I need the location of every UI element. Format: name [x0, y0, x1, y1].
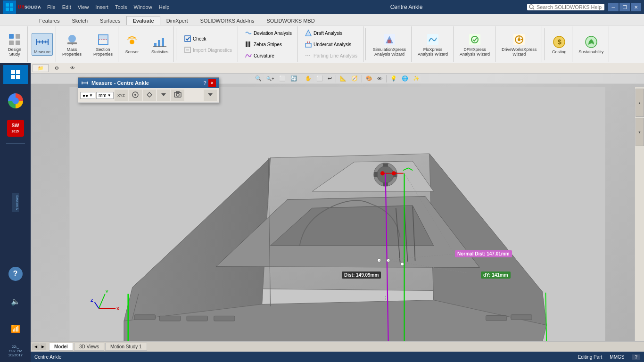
ribbon-group-analysis: Deviation Analysis Zebra Stripes Curvatu… — [239, 26, 298, 62]
menu-file[interactable]: File — [44, 3, 58, 11]
drive-works-xpress-button[interactable]: DriveWorksXpressWizard — [499, 31, 539, 58]
draft-analysis-button[interactable]: Draft Analysis — [302, 28, 345, 38]
svg-text:X: X — [116, 306, 119, 311]
feature-tab-display[interactable]: 👁 — [65, 64, 80, 72]
measure-snapshot-button[interactable] — [171, 90, 184, 101]
svg-rect-101 — [511, 315, 532, 320]
measure-mm-dropdown[interactable]: mm ▼ — [96, 92, 114, 99]
floXpress-button[interactable]: FloXpressAnalysis Wizard — [415, 31, 450, 58]
right-edge-btn-2[interactable]: ▼ — [636, 118, 644, 146]
right-edge-btn-1[interactable]: ▲ — [636, 89, 644, 117]
design-study-label: DesignStudy — [8, 48, 21, 57]
zoom-box-button[interactable]: ⬜ — [314, 74, 325, 82]
zebra-stripes-button[interactable]: Zebra Stripes — [242, 39, 285, 49]
dfmxpress-button[interactable]: DFMXpressAnalysis Wizard — [457, 31, 492, 58]
windows-start-button[interactable] — [3, 65, 28, 84]
tab-addins[interactable]: SOLIDWORKS Add-Ins — [194, 16, 261, 25]
measure-dropdown-btn[interactable] — [157, 90, 170, 101]
ribbon-separator-1 — [176, 28, 176, 60]
bottom-tab-3d-views[interactable]: 3D Views — [74, 343, 104, 351]
zoom-to-selection-button[interactable]: ⬜ — [277, 74, 288, 82]
menu-insert[interactable]: Insert — [92, 3, 111, 11]
tab-sketch[interactable]: Sketch — [66, 16, 94, 25]
measure-units-dropdown[interactable]: ●● ▼ — [80, 92, 95, 99]
hide-show-button[interactable]: 👁 — [375, 75, 384, 82]
windows-icon[interactable] — [3, 0, 16, 14]
sound-button[interactable]: 🔈 — [3, 289, 28, 313]
status-help-button[interactable]: ? — [632, 354, 640, 360]
restore-button[interactable]: ❐ — [619, 3, 630, 11]
bottom-tab-motion-study[interactable]: Motion Study 1 — [105, 343, 147, 351]
menu-edit[interactable]: Edit — [59, 3, 74, 11]
menu-tools[interactable]: Tools — [112, 3, 130, 11]
rotate-view-button[interactable]: 🔄 — [289, 74, 299, 82]
design-study-icon — [7, 32, 22, 47]
measure-dialog-close-button[interactable]: × — [208, 79, 216, 87]
tab-scroll-right-button[interactable]: ▶ — [40, 344, 46, 350]
measure-expand-button[interactable] — [204, 90, 217, 101]
measure-flip-button[interactable] — [143, 90, 156, 101]
undercut-analysis-button[interactable]: Undercut Analysis — [302, 39, 354, 49]
svg-line-7 — [533, 8, 534, 9]
tab-mbd[interactable]: SOLIDWORKS MBD — [261, 16, 321, 25]
measure-point-button[interactable] — [129, 90, 142, 101]
left-panel-divider — [6, 143, 25, 144]
sustainability-button[interactable]: Sustainability — [576, 33, 606, 56]
measure-dialog-help-button[interactable]: ? — [203, 80, 206, 86]
deviation-analysis-button[interactable]: Deviation Analysis — [242, 28, 295, 38]
scene-button[interactable]: 🌐 — [400, 74, 410, 82]
status-bar-right: Editing Part MMGS ? — [578, 354, 640, 360]
sensor-button[interactable]: Sensor — [122, 33, 142, 56]
lighting-button[interactable]: 💡 — [388, 74, 399, 82]
network-button[interactable]: 📶 — [3, 316, 28, 341]
close-button[interactable]: ✕ — [631, 3, 641, 11]
ribbon-group-draft: Draft Analysis Undercut Analysis Parting… — [299, 26, 363, 62]
tab-dimxpert[interactable]: DimXpert — [160, 16, 194, 25]
curvature-button[interactable]: Curvature — [242, 50, 277, 61]
previous-view-button[interactable]: ↩ — [326, 74, 334, 82]
feature-tab-model-tree[interactable]: 📁 — [33, 64, 49, 72]
svg-rect-54 — [11, 70, 15, 74]
mass-properties-icon — [65, 32, 80, 47]
solidworks-taskbar-button[interactable]: SW2015 — [3, 116, 28, 140]
chrome-icon-button[interactable] — [3, 89, 28, 113]
zoom-in-button[interactable]: 🔍+ — [264, 75, 276, 82]
view-orientation-button[interactable]: 🧭 — [349, 74, 360, 82]
display-style-button[interactable]: 🎨 — [364, 74, 374, 82]
zoom-to-fit-button[interactable]: 🔍 — [253, 74, 264, 82]
ribbon-group-sensor: Sensor — [119, 26, 145, 62]
zebra-stripes-icon — [245, 41, 252, 48]
pan-button[interactable]: ✋ — [303, 74, 314, 82]
svg-rect-9 — [16, 34, 20, 39]
check-button[interactable]: Check — [181, 33, 209, 44]
menu-help[interactable]: Help — [156, 3, 173, 11]
appearance-button[interactable]: ✨ — [411, 74, 421, 82]
simulation-xpress-button[interactable]: SimulationXpressAnalysis Wizard — [371, 31, 408, 58]
statistics-button[interactable]: Statistics — [149, 33, 171, 56]
measure-icon — [35, 34, 50, 49]
menu-window[interactable]: Window — [131, 3, 155, 11]
tab-evaluate[interactable]: Evaluate — [126, 16, 160, 25]
design-study-button[interactable]: DesignStudy — [5, 31, 25, 58]
mass-properties-button[interactable]: MassProperties — [60, 31, 84, 58]
tab-features[interactable]: Features — [33, 16, 66, 25]
section-view-button[interactable]: 📐 — [338, 74, 348, 82]
ribbon-group-sustainability: Sustainability — [573, 26, 609, 62]
measure-xyz-button[interactable]: XYZ — [115, 90, 128, 101]
measure-dialog-icon — [81, 79, 89, 87]
dfmxpress-label: DFMXpressAnalysis Wizard — [460, 48, 490, 57]
costing-button[interactable]: $ Costing — [549, 33, 569, 56]
search-input[interactable] — [537, 4, 603, 10]
minimize-button[interactable]: ─ — [608, 3, 619, 11]
feature-tab-properties[interactable]: ⚙ — [50, 64, 64, 72]
canvas-wrapper: 🔍 🔍+ ⬜ 🔄 ✋ ⬜ ↩ 📐 🧭 🎨 👁 — [31, 74, 644, 341]
bottom-tab-model[interactable]: Model — [49, 343, 73, 351]
tab-surfaces[interactable]: Surfaces — [94, 16, 126, 25]
section-properties-button[interactable]: SectionProperties — [91, 31, 115, 58]
canvas[interactable]: 🔍 🔍+ ⬜ 🔄 ✋ ⬜ ↩ 📐 🧭 🎨 👁 — [31, 74, 644, 341]
tab-scroll-left-button[interactable]: ◀ — [33, 344, 39, 350]
svg-text:SOLIDWORKS: SOLIDWORKS — [25, 5, 41, 9]
measure-button[interactable]: Measure — [32, 33, 53, 56]
menu-view[interactable]: View — [75, 3, 92, 11]
help-button[interactable]: ? — [3, 262, 28, 286]
